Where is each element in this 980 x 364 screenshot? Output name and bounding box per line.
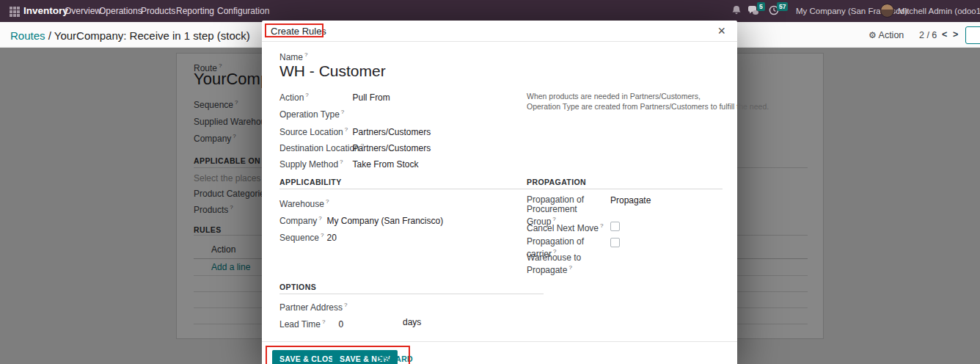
- applicability-section-title: APPLICABILITY: [279, 178, 342, 186]
- destination-location-field-row: Destination Location? Partners/Customers: [279, 141, 431, 154]
- messages-count-badge: 5: [757, 2, 765, 11]
- top-navbar: Inventory Overview Operations Products R…: [0, 0, 980, 22]
- help-marker: ?: [340, 159, 343, 165]
- operation-type-field-label: Operation Type?: [279, 109, 349, 120]
- warehouse-to-propagate-field-label: Warehouse to Propagate?: [527, 253, 593, 275]
- breadcrumb-separator: /: [48, 29, 51, 42]
- gear-icon: ⚙: [869, 30, 877, 40]
- dialog-title: Create Rules: [271, 26, 326, 37]
- name-field-label: Name?: [279, 51, 307, 62]
- lead-time-unit: days: [403, 317, 421, 327]
- create-rules-dialog: Create Rules × Name? WH - Customer Actio…: [262, 21, 737, 364]
- pager-next-button[interactable]: >: [953, 29, 958, 40]
- company-field-label: Company?: [279, 215, 323, 226]
- discard-button[interactable]: DISCARD: [376, 350, 413, 364]
- nav-menu-products[interactable]: Products: [141, 6, 175, 16]
- action-menu[interactable]: ⚙ Action: [869, 30, 904, 40]
- help-marker: ?: [345, 126, 348, 133]
- help-marker: ?: [326, 198, 329, 205]
- help-marker: ?: [322, 318, 325, 325]
- user-menu[interactable]: Mitchell Admin (odoo16_ent_: [898, 7, 980, 15]
- lead-time-field-label: Lead Time?: [279, 318, 335, 330]
- action-menu-label: Action: [879, 30, 904, 40]
- propagation-section-title: PROPAGATION: [527, 178, 586, 186]
- section-underline: [279, 189, 544, 189]
- rule-help-text-line1: When products are needed in Partners/Cus…: [527, 91, 701, 101]
- partner-address-field-label: Partner Address?: [279, 302, 349, 313]
- rule-help-text-line2: Operation Type are created from Partners…: [527, 101, 769, 112]
- create-button[interactable]: Create: [965, 26, 980, 44]
- help-marker: ?: [600, 222, 603, 229]
- help-marker: ?: [321, 232, 323, 239]
- user-avatar[interactable]: [880, 4, 894, 18]
- help-marker: ?: [341, 109, 344, 115]
- breadcrumb-link-routes[interactable]: Routes: [10, 29, 45, 42]
- nav-menu-configuration[interactable]: Configuration: [217, 6, 269, 16]
- lead-time-field-value[interactable]: 0: [338, 319, 343, 330]
- source-location-field-label: Source Location?: [279, 126, 349, 137]
- destination-location-field-value[interactable]: Partners/Customers: [352, 143, 431, 153]
- help-marker: ?: [304, 51, 307, 58]
- source-location-field-value[interactable]: Partners/Customers: [352, 127, 431, 137]
- help-marker: ?: [344, 302, 347, 308]
- operation-type-field-row: Operation Type?: [279, 107, 349, 120]
- close-icon[interactable]: ×: [717, 23, 725, 38]
- help-marker: ?: [305, 92, 308, 98]
- action-field-row: Action? Pull From: [279, 90, 390, 103]
- company-field-row: Company? My Company (San Francisco): [279, 214, 443, 227]
- app-name[interactable]: Inventory: [23, 5, 68, 16]
- lead-time-field-row: Lead Time? 0 days: [279, 317, 343, 330]
- action-field-label: Action?: [279, 92, 349, 103]
- help-marker: ?: [318, 215, 321, 222]
- breadcrumb: Routes / YourCompany: Receive in 1 step …: [10, 29, 250, 42]
- dialog-header: Create Rules ×: [262, 21, 737, 42]
- pager-count: 2 / 6: [919, 30, 937, 40]
- warehouse-field-row: Warehouse?: [279, 197, 323, 210]
- cancel-next-move-field-row: Cancel Next Move?: [527, 221, 606, 234]
- warehouse-field-label: Warehouse?: [279, 198, 323, 209]
- nav-menu-reporting[interactable]: Reporting: [176, 6, 214, 16]
- procurement-group-field-value[interactable]: Propagate: [610, 195, 651, 205]
- breadcrumb-current: YourCompany: Receive in 1 step (stock): [54, 29, 250, 42]
- action-field-value[interactable]: Pull From: [352, 92, 390, 103]
- partner-address-field-row: Partner Address?: [279, 300, 349, 313]
- section-underline: [279, 294, 544, 294]
- footer-divider: [262, 341, 737, 342]
- warehouse-to-propagate-field-row: Warehouse to Propagate?: [527, 253, 593, 276]
- source-location-field-row: Source Location? Partners/Customers: [279, 125, 431, 138]
- nav-menu-overview[interactable]: Overview: [65, 6, 101, 16]
- pager-previous-button[interactable]: <: [942, 29, 947, 40]
- supply-method-field-row: Supply Method? Take From Stock: [279, 157, 418, 170]
- sequence-field-row: Sequence? 20: [279, 230, 337, 244]
- bell-icon[interactable]: [731, 5, 742, 19]
- apps-grid-icon[interactable]: [10, 7, 12, 10]
- supply-method-field-value[interactable]: Take From Stock: [352, 159, 418, 170]
- cancel-next-move-checkbox[interactable]: [610, 221, 620, 234]
- cancel-next-move-field-label: Cancel Next Move?: [527, 221, 606, 233]
- section-underline: [527, 189, 723, 189]
- propagation-of-carrier-checkbox[interactable]: [610, 237, 620, 250]
- name-field-value[interactable]: WH - Customer: [279, 62, 386, 80]
- options-section-title: OPTIONS: [279, 283, 316, 291]
- sequence-field-value[interactable]: 20: [326, 233, 336, 243]
- nav-menu-operations[interactable]: Operations: [99, 6, 142, 16]
- supply-method-field-label: Supply Method?: [279, 159, 349, 170]
- destination-location-field-label: Destination Location?: [279, 142, 349, 153]
- sequence-field-label: Sequence?: [279, 232, 323, 243]
- company-field-value[interactable]: My Company (San Francisco): [326, 216, 443, 226]
- help-marker: ?: [568, 264, 571, 271]
- activities-count-badge: 57: [777, 2, 788, 11]
